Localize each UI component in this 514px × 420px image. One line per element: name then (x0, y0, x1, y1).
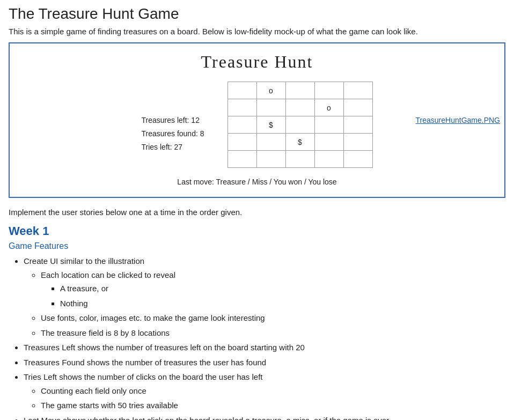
grid-cell[interactable] (285, 116, 314, 134)
list-item: Nothing (60, 297, 505, 311)
grid-cell[interactable]: $ (285, 134, 314, 151)
grid-cell[interactable]: $ (256, 116, 285, 134)
grid-cell[interactable] (227, 82, 256, 99)
grid-cell[interactable] (343, 134, 372, 151)
grid-cell[interactable] (227, 134, 256, 151)
grid-cell[interactable] (285, 99, 314, 116)
list-item: Each location can be clicked to revealA … (41, 268, 505, 311)
list-item: Create UI similar to the illustrationEac… (24, 254, 505, 340)
grid-cell[interactable] (314, 116, 343, 134)
mockup-stats: Treasures left: 12 Treasures found: 8 Tr… (142, 82, 227, 154)
grid-cell[interactable] (314, 151, 343, 168)
external-link[interactable]: TreasureHuntGame.PNG (416, 116, 500, 124)
grid-cell[interactable] (256, 99, 285, 116)
grid-cell[interactable] (227, 116, 256, 134)
grid-cell[interactable] (314, 134, 343, 151)
grid-cell[interactable] (343, 82, 372, 99)
list-item: The game starts with 50 tries available (41, 399, 505, 412)
last-move-text: Last move: Treasure / Miss / You won / Y… (177, 178, 336, 186)
list-item: Treasures Left shows the number of treas… (24, 341, 505, 355)
list-item: Tries Left shows the number of clicks on… (24, 370, 505, 412)
grid-cell[interactable] (256, 151, 285, 168)
section-heading: Game Features (9, 241, 505, 251)
mockup-content: Treasures left: 12 Treasures found: 8 Tr… (20, 82, 494, 168)
tries-left-label: Tries left: 27 (142, 141, 227, 154)
grid-cell[interactable] (343, 151, 372, 168)
page-title: The Treasure Hunt Game (9, 5, 505, 23)
implement-text: Implement the user stories below one at … (9, 208, 505, 217)
grid-cell[interactable] (256, 134, 285, 151)
grid-cell[interactable] (285, 82, 314, 99)
grid-cell[interactable] (343, 99, 372, 116)
intro-text: This is a simple game of finding treasur… (9, 27, 505, 36)
grid-cell[interactable] (285, 151, 314, 168)
mockup-title: Treasure Hunt (201, 52, 313, 72)
grid-cell[interactable]: o (314, 99, 343, 116)
list-item: Treasures Found shows the number of trea… (24, 356, 505, 370)
grid-area: oo$$ (227, 82, 373, 168)
treasures-found-label: Treasures found: 8 (142, 127, 227, 141)
list-item: A treasure, or (60, 282, 505, 296)
list-item: The treasure field is 8 by 8 locations (41, 326, 505, 340)
week-heading: Week 1 (9, 224, 505, 238)
grid-cell[interactable] (227, 151, 256, 168)
grid-cell[interactable]: o (256, 82, 285, 99)
treasures-left-label: Treasures left: 12 (142, 114, 227, 127)
list-item: Use fonts, color, images etc. to make th… (41, 311, 505, 325)
list-item: Counting each field only once (41, 384, 505, 398)
mockup-container: Treasure Hunt Treasures left: 12 Treasur… (9, 42, 505, 198)
grid-cell[interactable] (227, 99, 256, 116)
grid-cell[interactable] (314, 82, 343, 99)
list-item: Last Move shows whether the last click o… (24, 414, 505, 421)
game-grid: oo$$ (227, 82, 373, 168)
grid-cell[interactable] (343, 116, 372, 134)
main-bullet-list: Create UI similar to the illustrationEac… (9, 254, 505, 420)
